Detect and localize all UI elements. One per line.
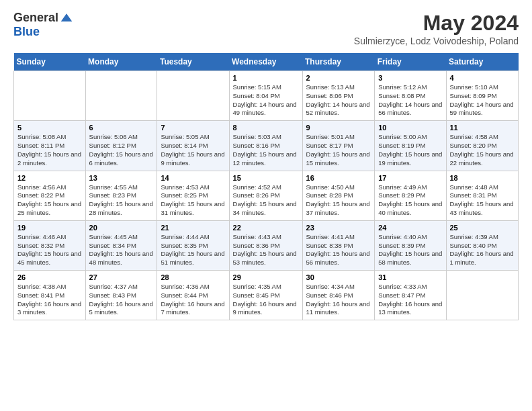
logo-general-text: General (13, 11, 58, 25)
day-number: 21 (161, 224, 225, 232)
calendar-cell: 18Sunrise: 4:48 AM Sunset: 8:31 PM Dayli… (446, 171, 519, 220)
calendar-cell: 13Sunrise: 4:55 AM Sunset: 8:23 PM Dayli… (85, 171, 157, 220)
month-title: May 2024 (354, 11, 519, 36)
logo-blue-text: Blue (13, 25, 40, 39)
day-number: 17 (378, 174, 442, 182)
day-info: Sunrise: 5:12 AM Sunset: 8:08 PM Dayligh… (378, 83, 442, 118)
day-info: Sunrise: 4:44 AM Sunset: 8:35 PM Dayligh… (161, 233, 225, 267)
day-info: Sunrise: 5:13 AM Sunset: 8:06 PM Dayligh… (306, 83, 371, 118)
day-info: Sunrise: 4:52 AM Sunset: 8:26 PM Dayligh… (233, 183, 299, 218)
day-info: Sunrise: 4:34 AM Sunset: 8:46 PM Dayligh… (306, 283, 371, 317)
week-row-1: 1Sunrise: 5:15 AM Sunset: 8:04 PM Daylig… (14, 71, 519, 121)
location-title: Sulmierzyce, Lodz Voivodeship, Poland (354, 36, 519, 46)
day-info: Sunrise: 5:01 AM Sunset: 8:17 PM Dayligh… (306, 133, 371, 167)
day-info: Sunrise: 4:37 AM Sunset: 8:43 PM Dayligh… (89, 283, 154, 317)
day-number: 3 (378, 74, 442, 82)
calendar-cell: 27Sunrise: 4:37 AM Sunset: 8:43 PM Dayli… (85, 271, 157, 320)
title-block: May 2024 Sulmierzyce, Lodz Voivodeship, … (354, 11, 519, 46)
col-header-saturday: Saturday (446, 53, 519, 71)
calendar-cell (85, 71, 157, 121)
col-header-monday: Monday (85, 53, 157, 71)
day-number: 19 (17, 224, 82, 232)
calendar-cell: 2Sunrise: 5:13 AM Sunset: 8:06 PM Daylig… (302, 71, 375, 121)
calendar-cell: 30Sunrise: 4:34 AM Sunset: 8:46 PM Dayli… (302, 271, 375, 320)
calendar-cell: 29Sunrise: 4:35 AM Sunset: 8:45 PM Dayli… (229, 271, 302, 320)
calendar-cell: 11Sunrise: 4:58 AM Sunset: 8:20 PM Dayli… (446, 121, 519, 171)
col-header-friday: Friday (375, 53, 446, 71)
day-number: 8 (233, 124, 299, 132)
day-info: Sunrise: 4:39 AM Sunset: 8:40 PM Dayligh… (450, 233, 515, 267)
calendar-cell: 15Sunrise: 4:52 AM Sunset: 8:26 PM Dayli… (229, 171, 302, 220)
day-number: 23 (306, 224, 371, 232)
day-info: Sunrise: 4:58 AM Sunset: 8:20 PM Dayligh… (450, 133, 515, 167)
day-info: Sunrise: 4:38 AM Sunset: 8:41 PM Dayligh… (17, 283, 82, 317)
day-info: Sunrise: 4:49 AM Sunset: 8:29 PM Dayligh… (378, 183, 442, 218)
day-info: Sunrise: 5:15 AM Sunset: 8:04 PM Dayligh… (233, 83, 299, 118)
calendar-cell: 5Sunrise: 5:08 AM Sunset: 8:11 PM Daylig… (14, 121, 86, 171)
day-number: 7 (161, 124, 225, 132)
col-header-thursday: Thursday (302, 53, 375, 71)
page-header: General Blue May 2024 Sulmierzyce, Lodz … (13, 11, 519, 46)
day-number: 11 (450, 124, 515, 132)
week-row-2: 5Sunrise: 5:08 AM Sunset: 8:11 PM Daylig… (14, 121, 519, 171)
col-header-wednesday: Wednesday (229, 53, 302, 71)
calendar-cell: 20Sunrise: 4:45 AM Sunset: 8:34 PM Dayli… (85, 220, 157, 270)
day-info: Sunrise: 4:41 AM Sunset: 8:38 PM Dayligh… (306, 233, 371, 267)
col-header-tuesday: Tuesday (157, 53, 229, 71)
week-row-5: 26Sunrise: 4:38 AM Sunset: 8:41 PM Dayli… (14, 271, 519, 320)
calendar-cell (157, 71, 229, 121)
week-row-4: 19Sunrise: 4:46 AM Sunset: 8:32 PM Dayli… (14, 220, 519, 270)
logo: General Blue (13, 11, 73, 39)
day-info: Sunrise: 4:43 AM Sunset: 8:36 PM Dayligh… (233, 233, 299, 267)
calendar-cell: 21Sunrise: 4:44 AM Sunset: 8:35 PM Dayli… (157, 220, 229, 270)
day-number: 15 (233, 174, 299, 182)
calendar-cell: 17Sunrise: 4:49 AM Sunset: 8:29 PM Dayli… (375, 171, 446, 220)
day-info: Sunrise: 5:03 AM Sunset: 8:16 PM Dayligh… (233, 133, 299, 167)
day-info: Sunrise: 4:45 AM Sunset: 8:34 PM Dayligh… (89, 233, 154, 267)
calendar-cell (446, 271, 519, 320)
day-number: 18 (450, 174, 515, 182)
week-row-3: 12Sunrise: 4:56 AM Sunset: 8:22 PM Dayli… (14, 171, 519, 220)
day-info: Sunrise: 4:55 AM Sunset: 8:23 PM Dayligh… (89, 183, 154, 218)
svg-marker-0 (61, 13, 73, 21)
day-info: Sunrise: 4:53 AM Sunset: 8:25 PM Dayligh… (161, 183, 225, 218)
calendar-cell: 14Sunrise: 4:53 AM Sunset: 8:25 PM Dayli… (157, 171, 229, 220)
day-info: Sunrise: 4:56 AM Sunset: 8:22 PM Dayligh… (17, 183, 82, 218)
day-info: Sunrise: 4:35 AM Sunset: 8:45 PM Dayligh… (233, 283, 299, 317)
day-number: 22 (233, 224, 299, 232)
col-header-sunday: Sunday (14, 53, 86, 71)
day-info: Sunrise: 4:48 AM Sunset: 8:31 PM Dayligh… (450, 183, 515, 218)
day-number: 24 (378, 224, 442, 232)
day-number: 4 (450, 74, 515, 82)
day-info: Sunrise: 4:36 AM Sunset: 8:44 PM Dayligh… (161, 283, 225, 317)
day-number: 5 (17, 124, 82, 132)
day-number: 28 (161, 273, 225, 281)
day-number: 9 (306, 124, 371, 132)
calendar-cell: 26Sunrise: 4:38 AM Sunset: 8:41 PM Dayli… (14, 271, 86, 320)
calendar-cell: 24Sunrise: 4:40 AM Sunset: 8:39 PM Dayli… (375, 220, 446, 270)
calendar-cell: 12Sunrise: 4:56 AM Sunset: 8:22 PM Dayli… (14, 171, 86, 220)
calendar-table: SundayMondayTuesdayWednesdayThursdayFrid… (13, 53, 519, 320)
calendar-cell: 9Sunrise: 5:01 AM Sunset: 8:17 PM Daylig… (302, 121, 375, 171)
day-info: Sunrise: 5:00 AM Sunset: 8:19 PM Dayligh… (378, 133, 442, 167)
day-info: Sunrise: 4:50 AM Sunset: 8:28 PM Dayligh… (306, 183, 371, 218)
calendar-cell: 28Sunrise: 4:36 AM Sunset: 8:44 PM Dayli… (157, 271, 229, 320)
day-number: 10 (378, 124, 442, 132)
day-number: 30 (306, 273, 371, 281)
day-number: 1 (233, 74, 299, 82)
day-info: Sunrise: 5:08 AM Sunset: 8:11 PM Dayligh… (17, 133, 82, 167)
calendar-cell: 6Sunrise: 5:06 AM Sunset: 8:12 PM Daylig… (85, 121, 157, 171)
calendar-cell: 22Sunrise: 4:43 AM Sunset: 8:36 PM Dayli… (229, 220, 302, 270)
day-info: Sunrise: 5:10 AM Sunset: 8:09 PM Dayligh… (450, 83, 515, 118)
calendar-cell: 3Sunrise: 5:12 AM Sunset: 8:08 PM Daylig… (375, 71, 446, 121)
day-number: 12 (17, 174, 82, 182)
calendar-cell: 10Sunrise: 5:00 AM Sunset: 8:19 PM Dayli… (375, 121, 446, 171)
day-number: 13 (89, 174, 154, 182)
calendar-cell: 31Sunrise: 4:33 AM Sunset: 8:47 PM Dayli… (375, 271, 446, 320)
day-info: Sunrise: 5:06 AM Sunset: 8:12 PM Dayligh… (89, 133, 154, 167)
day-info: Sunrise: 4:40 AM Sunset: 8:39 PM Dayligh… (378, 233, 442, 267)
day-number: 25 (450, 224, 515, 232)
day-number: 20 (89, 224, 154, 232)
calendar-cell: 4Sunrise: 5:10 AM Sunset: 8:09 PM Daylig… (446, 71, 519, 121)
day-number: 29 (233, 273, 299, 281)
